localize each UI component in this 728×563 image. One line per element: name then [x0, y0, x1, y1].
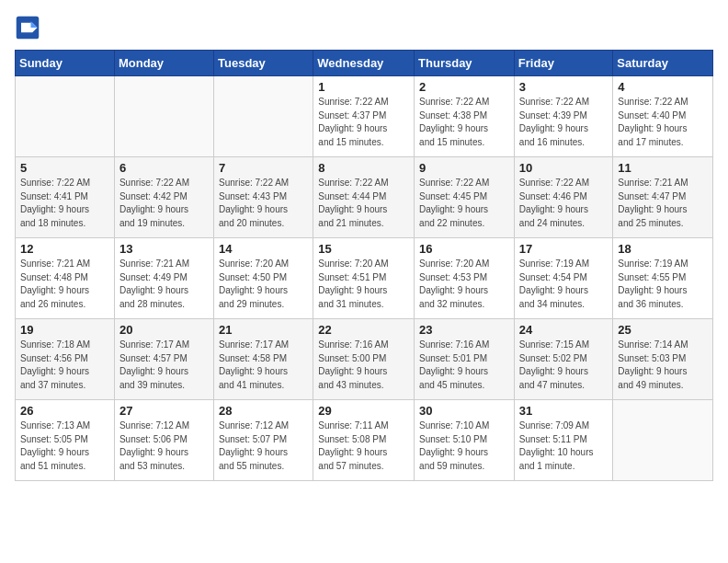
day-info: Sunrise: 7:16 AM Sunset: 5:01 PM Dayligh… [419, 339, 509, 392]
calendar-cell: 15Sunrise: 7:20 AM Sunset: 4:51 PM Dayli… [313, 238, 415, 319]
day-info: Sunrise: 7:22 AM Sunset: 4:43 PM Dayligh… [219, 177, 308, 230]
day-info: Sunrise: 7:21 AM Sunset: 4:48 PM Dayligh… [20, 258, 109, 311]
day-number: 28 [219, 404, 308, 418]
day-info: Sunrise: 7:22 AM Sunset: 4:44 PM Dayligh… [318, 177, 409, 230]
day-info: Sunrise: 7:12 AM Sunset: 5:07 PM Dayligh… [219, 419, 308, 473]
calendar-week-1: 1Sunrise: 7:22 AM Sunset: 4:37 PM Daylig… [16, 76, 713, 157]
calendar-cell: 26Sunrise: 7:13 AM Sunset: 5:05 PM Dayli… [16, 400, 115, 481]
day-number: 25 [618, 323, 708, 337]
day-number: 9 [419, 161, 509, 175]
day-info: Sunrise: 7:13 AM Sunset: 5:05 PM Dayligh… [20, 419, 109, 473]
calendar-cell: 14Sunrise: 7:20 AM Sunset: 4:50 PM Dayli… [214, 238, 313, 319]
day-number: 1 [318, 80, 409, 94]
calendar-cell: 25Sunrise: 7:14 AM Sunset: 5:03 PM Dayli… [613, 319, 713, 400]
col-header-wednesday: Wednesday [313, 51, 415, 76]
calendar-cell: 27Sunrise: 7:12 AM Sunset: 5:06 PM Dayli… [114, 400, 213, 481]
col-header-friday: Friday [514, 51, 613, 76]
calendar-cell: 5Sunrise: 7:22 AM Sunset: 4:41 PM Daylig… [16, 157, 115, 238]
day-number: 26 [20, 404, 109, 418]
day-number: 16 [419, 242, 509, 256]
calendar-cell: 2Sunrise: 7:22 AM Sunset: 4:38 PM Daylig… [415, 76, 515, 157]
day-info: Sunrise: 7:22 AM Sunset: 4:39 PM Dayligh… [519, 96, 609, 149]
calendar-cell: 16Sunrise: 7:20 AM Sunset: 4:53 PM Dayli… [415, 238, 515, 319]
day-number: 31 [519, 404, 609, 418]
calendar-cell: 23Sunrise: 7:16 AM Sunset: 5:01 PM Dayli… [415, 319, 515, 400]
col-header-monday: Monday [114, 51, 213, 76]
day-number: 10 [519, 161, 609, 175]
day-info: Sunrise: 7:17 AM Sunset: 4:57 PM Dayligh… [119, 339, 209, 392]
calendar-cell: 10Sunrise: 7:22 AM Sunset: 4:46 PM Dayli… [514, 157, 613, 238]
calendar-cell [613, 400, 713, 481]
calendar-week-3: 12Sunrise: 7:21 AM Sunset: 4:48 PM Dayli… [16, 238, 713, 319]
calendar-cell [16, 76, 115, 157]
calendar-cell: 22Sunrise: 7:16 AM Sunset: 5:00 PM Dayli… [313, 319, 415, 400]
logo-icon [15, 15, 40, 40]
day-number: 23 [419, 323, 509, 337]
day-number: 30 [419, 404, 509, 418]
col-header-sunday: Sunday [16, 51, 115, 76]
calendar-cell: 3Sunrise: 7:22 AM Sunset: 4:39 PM Daylig… [514, 76, 613, 157]
calendar-header-row: SundayMondayTuesdayWednesdayThursdayFrid… [16, 51, 713, 76]
calendar-cell: 17Sunrise: 7:19 AM Sunset: 4:54 PM Dayli… [514, 238, 613, 319]
calendar-week-5: 26Sunrise: 7:13 AM Sunset: 5:05 PM Dayli… [16, 400, 713, 481]
calendar-cell: 13Sunrise: 7:21 AM Sunset: 4:49 PM Dayli… [114, 238, 213, 319]
calendar-cell: 4Sunrise: 7:22 AM Sunset: 4:40 PM Daylig… [613, 76, 713, 157]
day-number: 8 [318, 161, 409, 175]
day-info: Sunrise: 7:11 AM Sunset: 5:08 PM Dayligh… [318, 419, 409, 473]
calendar-cell: 12Sunrise: 7:21 AM Sunset: 4:48 PM Dayli… [16, 238, 115, 319]
day-number: 6 [119, 161, 209, 175]
calendar-cell [214, 76, 313, 157]
day-info: Sunrise: 7:16 AM Sunset: 5:00 PM Dayligh… [318, 339, 409, 392]
day-info: Sunrise: 7:22 AM Sunset: 4:40 PM Dayligh… [618, 96, 708, 149]
calendar-cell: 24Sunrise: 7:15 AM Sunset: 5:02 PM Dayli… [514, 319, 613, 400]
calendar-cell: 1Sunrise: 7:22 AM Sunset: 4:37 PM Daylig… [313, 76, 415, 157]
calendar-cell [114, 76, 213, 157]
day-info: Sunrise: 7:10 AM Sunset: 5:10 PM Dayligh… [419, 419, 509, 473]
day-info: Sunrise: 7:22 AM Sunset: 4:46 PM Dayligh… [519, 177, 609, 230]
day-info: Sunrise: 7:12 AM Sunset: 5:06 PM Dayligh… [119, 419, 209, 473]
day-number: 18 [618, 242, 708, 256]
logo [15, 15, 44, 40]
day-info: Sunrise: 7:21 AM Sunset: 4:47 PM Dayligh… [618, 177, 708, 230]
day-info: Sunrise: 7:22 AM Sunset: 4:45 PM Dayligh… [419, 177, 509, 230]
calendar-table: SundayMondayTuesdayWednesdayThursdayFrid… [15, 50, 713, 481]
col-header-tuesday: Tuesday [214, 51, 313, 76]
day-info: Sunrise: 7:15 AM Sunset: 5:02 PM Dayligh… [519, 339, 609, 392]
calendar-cell: 19Sunrise: 7:18 AM Sunset: 4:56 PM Dayli… [16, 319, 115, 400]
day-number: 7 [219, 161, 308, 175]
day-number: 27 [119, 404, 209, 418]
day-number: 2 [419, 80, 509, 94]
day-info: Sunrise: 7:22 AM Sunset: 4:37 PM Dayligh… [318, 96, 409, 149]
day-info: Sunrise: 7:21 AM Sunset: 4:49 PM Dayligh… [119, 258, 209, 311]
calendar-cell: 6Sunrise: 7:22 AM Sunset: 4:42 PM Daylig… [114, 157, 213, 238]
col-header-saturday: Saturday [613, 51, 713, 76]
day-number: 3 [519, 80, 609, 94]
day-number: 5 [20, 161, 109, 175]
day-number: 4 [618, 80, 708, 94]
page-header [15, 15, 713, 40]
calendar-cell: 31Sunrise: 7:09 AM Sunset: 5:11 PM Dayli… [514, 400, 613, 481]
day-info: Sunrise: 7:18 AM Sunset: 4:56 PM Dayligh… [20, 339, 109, 392]
day-number: 15 [318, 242, 409, 256]
col-header-thursday: Thursday [415, 51, 515, 76]
day-info: Sunrise: 7:19 AM Sunset: 4:54 PM Dayligh… [519, 258, 609, 311]
calendar-cell: 11Sunrise: 7:21 AM Sunset: 4:47 PM Dayli… [613, 157, 713, 238]
calendar-cell: 29Sunrise: 7:11 AM Sunset: 5:08 PM Dayli… [313, 400, 415, 481]
calendar-cell: 30Sunrise: 7:10 AM Sunset: 5:10 PM Dayli… [415, 400, 515, 481]
day-number: 13 [119, 242, 209, 256]
calendar-cell: 7Sunrise: 7:22 AM Sunset: 4:43 PM Daylig… [214, 157, 313, 238]
calendar-cell: 9Sunrise: 7:22 AM Sunset: 4:45 PM Daylig… [415, 157, 515, 238]
day-info: Sunrise: 7:14 AM Sunset: 5:03 PM Dayligh… [618, 339, 708, 392]
day-info: Sunrise: 7:19 AM Sunset: 4:55 PM Dayligh… [618, 258, 708, 311]
day-number: 21 [219, 323, 308, 337]
calendar-week-2: 5Sunrise: 7:22 AM Sunset: 4:41 PM Daylig… [16, 157, 713, 238]
day-number: 29 [318, 404, 409, 418]
day-number: 22 [318, 323, 409, 337]
day-info: Sunrise: 7:22 AM Sunset: 4:38 PM Dayligh… [419, 96, 509, 149]
calendar-cell: 28Sunrise: 7:12 AM Sunset: 5:07 PM Dayli… [214, 400, 313, 481]
day-info: Sunrise: 7:22 AM Sunset: 4:41 PM Dayligh… [20, 177, 109, 230]
calendar-cell: 21Sunrise: 7:17 AM Sunset: 4:58 PM Dayli… [214, 319, 313, 400]
day-number: 24 [519, 323, 609, 337]
day-number: 12 [20, 242, 109, 256]
day-info: Sunrise: 7:20 AM Sunset: 4:50 PM Dayligh… [219, 258, 308, 311]
